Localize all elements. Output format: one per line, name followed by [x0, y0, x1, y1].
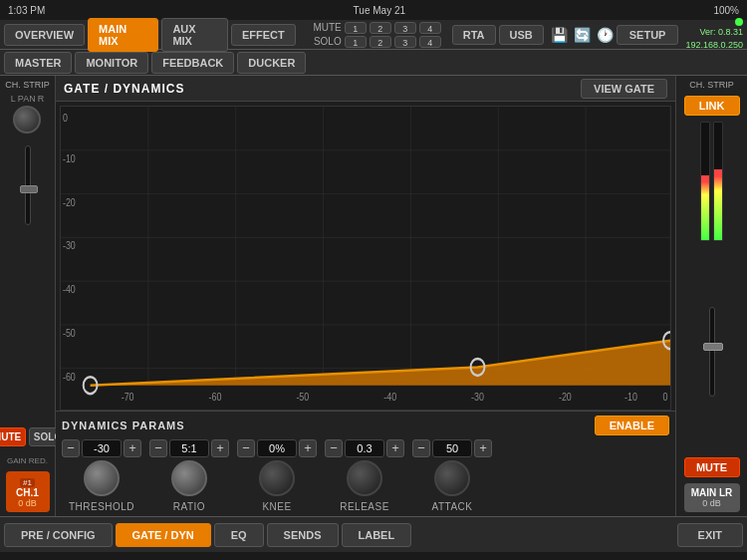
svg-text:-40: -40: [63, 283, 76, 295]
release-plus-btn[interactable]: +: [386, 439, 404, 457]
svg-text:-50: -50: [63, 327, 76, 339]
history-icon[interactable]: 🕐: [597, 27, 614, 43]
svg-text:-40: -40: [383, 392, 396, 404]
ratio-knob[interactable]: [171, 460, 207, 496]
tab-pre-config[interactable]: PRE / CONFIG: [4, 523, 113, 547]
threshold-knob[interactable]: [84, 460, 120, 496]
meter-fill-right: [714, 169, 722, 240]
tab-monitor[interactable]: MONITOR: [75, 52, 148, 74]
left-mute-button[interactable]: MUTE: [0, 427, 26, 446]
gate-dyn-title: GATE / DYNAMICS: [64, 82, 184, 96]
mute-solo-section: MUTE 1 2 3 4 SOLO 1 2 3 4: [310, 22, 441, 48]
solo-btn-3[interactable]: 3: [394, 36, 416, 48]
right-mute-button[interactable]: MUTE: [684, 457, 740, 477]
threshold-minus-btn[interactable]: −: [62, 439, 80, 457]
left-fader-area: [2, 141, 53, 425]
svg-text:-20: -20: [63, 196, 76, 208]
tab-main-mix[interactable]: MAIN MIX: [88, 18, 158, 52]
mute-btn-4[interactable]: 4: [419, 22, 441, 34]
pan-center-label: PAN: [18, 94, 36, 104]
release-minus-btn[interactable]: −: [325, 439, 343, 457]
right-channel-strip: CH. STRIP LINK MUTE MAIN LR 0 dB: [675, 76, 747, 516]
pan-left-label: L: [11, 94, 16, 104]
knee-minus-btn[interactable]: −: [237, 439, 255, 457]
solo-btn-2[interactable]: 2: [370, 36, 391, 48]
tab-label[interactable]: LABEL: [342, 523, 412, 547]
status-date: Tue May 21: [354, 5, 405, 16]
ratio-minus-btn[interactable]: −: [149, 439, 167, 457]
svg-text:0: 0: [63, 112, 68, 124]
tab-overview[interactable]: OVERVIEW: [4, 24, 85, 46]
dynamics-params: DYNAMICS PARAMS ENABLE − -30 + THRESHOLD: [56, 411, 675, 516]
status-dot: [735, 18, 743, 26]
mute-btn-2[interactable]: 2: [370, 22, 391, 34]
ch1-name: CH.1: [8, 487, 48, 498]
gate-dyn-header: GATE / DYNAMICS VIEW GATE: [56, 76, 675, 102]
release-knob[interactable]: [347, 460, 382, 496]
tab-sends[interactable]: SENDS: [267, 523, 339, 547]
solo-btn-4[interactable]: 4: [419, 36, 441, 48]
link-button[interactable]: LINK: [684, 96, 740, 116]
nav-bar-row2: MASTER MONITOR FEEDBACK DUCKER: [0, 50, 747, 76]
attack-label: ATTACK: [432, 501, 473, 512]
enable-button[interactable]: ENABLE: [595, 416, 669, 435]
rta-button[interactable]: RTA: [452, 25, 496, 45]
main-lr-db: 0 dB: [686, 498, 738, 508]
view-gate-button[interactable]: VIEW GATE: [581, 79, 667, 99]
save-icon[interactable]: 💾: [551, 27, 568, 43]
version-label: Ver: 0.8.31: [699, 26, 743, 39]
knee-knob[interactable]: [259, 460, 295, 496]
param-release: − 0.3 + RELEASE: [325, 439, 404, 512]
gain-red-label: GAIN RED.: [7, 456, 48, 465]
left-fader-track[interactable]: [25, 145, 31, 225]
threshold-value: -30: [82, 439, 122, 457]
tab-aux-mix[interactable]: AUX MIX: [161, 18, 228, 52]
attack-knob[interactable]: [434, 460, 470, 496]
mute-btn-3[interactable]: 3: [394, 22, 416, 34]
left-ch-strip-label: CH. STRIP: [5, 80, 50, 90]
knee-plus-btn[interactable]: +: [299, 439, 317, 457]
attack-value: 50: [432, 439, 472, 457]
mute-btn-1[interactable]: 1: [345, 22, 367, 34]
svg-text:-70: -70: [122, 392, 134, 404]
right-fader-thumb[interactable]: [703, 343, 723, 351]
tab-ducker[interactable]: DUCKER: [237, 52, 306, 74]
exit-button[interactable]: EXIT: [677, 523, 743, 547]
dynamics-graph[interactable]: 0 -10 -20 -30 -40 -50 -60 -70 -60 -50 -4…: [60, 106, 671, 411]
status-time: 1:03 PM: [8, 5, 45, 16]
ch1-number: #1: [20, 478, 35, 487]
nav-icons: 💾 🔄 🕐: [551, 27, 614, 43]
tab-gate-dyn[interactable]: GATE / DYN: [116, 523, 211, 547]
param-knee: − 0% + KNEE: [237, 439, 317, 512]
pan-right-label: R: [38, 94, 45, 104]
param-ratio: − 5:1 + RATIO: [149, 439, 229, 512]
setup-button[interactable]: SETUP: [617, 25, 679, 45]
tab-eq[interactable]: EQ: [214, 523, 264, 547]
knee-value: 0%: [257, 439, 297, 457]
attack-minus-btn[interactable]: −: [412, 439, 430, 457]
attack-plus-btn[interactable]: +: [474, 439, 492, 457]
usb-button[interactable]: USB: [499, 25, 544, 45]
meter-bar-right: [713, 122, 723, 241]
ch1-db: 0 dB: [8, 498, 48, 508]
svg-text:-10: -10: [63, 152, 76, 164]
release-value: 0.3: [345, 439, 384, 457]
status-battery: 100%: [713, 5, 739, 16]
ratio-label: RATIO: [173, 501, 205, 512]
tab-effect[interactable]: EFFECT: [231, 24, 296, 46]
svg-text:-30: -30: [63, 240, 76, 252]
refresh-icon[interactable]: 🔄: [574, 27, 591, 43]
ch1-box: #1 CH.1 0 dB: [6, 471, 50, 512]
ratio-plus-btn[interactable]: +: [211, 439, 229, 457]
right-fader-track[interactable]: [709, 307, 715, 397]
main-lr-name: MAIN LR: [686, 487, 738, 498]
right-meters: [700, 122, 723, 241]
pan-knob[interactable]: [13, 106, 41, 134]
threshold-plus-btn[interactable]: +: [124, 439, 141, 457]
tab-feedback[interactable]: FEEDBACK: [151, 52, 234, 74]
release-label: RELEASE: [340, 501, 389, 512]
tab-master[interactable]: MASTER: [4, 52, 72, 74]
left-fader-thumb[interactable]: [20, 185, 38, 193]
meter-fill-left: [701, 175, 709, 240]
solo-btn-1[interactable]: 1: [345, 36, 367, 48]
